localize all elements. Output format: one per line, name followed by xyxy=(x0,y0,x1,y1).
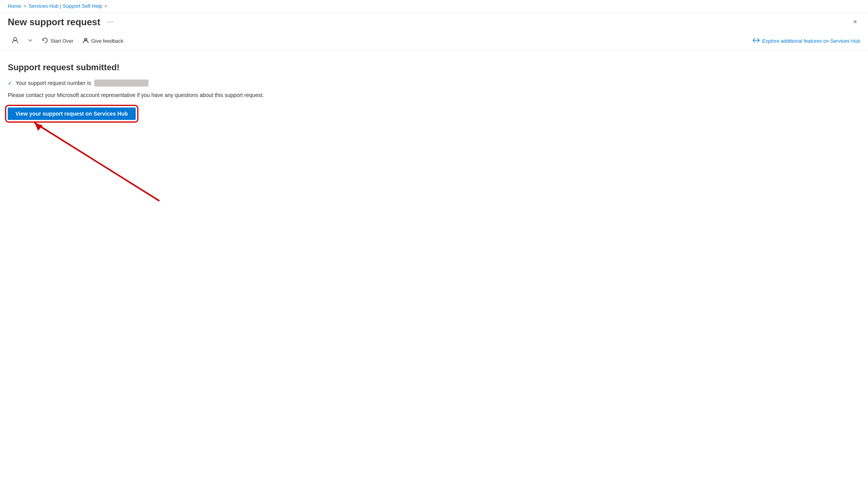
breadcrumb-home[interactable]: Home xyxy=(8,3,21,9)
user-icon-button[interactable] xyxy=(8,35,22,47)
page-title-row: New support request ··· × xyxy=(0,12,868,31)
request-number-prefix: Your support request number is xyxy=(16,80,91,86)
give-feedback-button[interactable]: Give feedback xyxy=(79,35,127,47)
toolbar-left: Start Over Give feedback xyxy=(8,35,127,47)
breadcrumb-separator-1: > xyxy=(24,3,26,9)
main-content: Support request submitted! ✓ Your suppor… xyxy=(0,51,868,128)
checkmark-icon: ✓ xyxy=(8,80,12,86)
view-support-request-button[interactable]: View your support request on Services Hu… xyxy=(8,107,136,120)
breadcrumb-services-hub[interactable]: Services Hub | Support Self Help xyxy=(29,3,102,9)
explore-icon xyxy=(753,38,760,44)
request-number-row: ✓ Your support request number is xyxy=(8,80,860,87)
page-title: New support request xyxy=(8,17,100,28)
success-heading: Support request submitted! xyxy=(8,62,860,73)
start-over-label: Start Over xyxy=(50,38,73,44)
start-over-button[interactable]: Start Over xyxy=(38,35,77,47)
more-options-button[interactable]: ··· xyxy=(104,16,116,28)
toolbar: Start Over Give feedback Explore additio… xyxy=(0,31,868,51)
chevron-down-icon xyxy=(28,38,33,44)
svg-line-2 xyxy=(35,123,159,201)
annotation-arrow xyxy=(31,119,163,204)
page-title-left: New support request ··· xyxy=(8,16,116,28)
user-icon xyxy=(12,37,19,45)
contact-info-text: Please contact your Microsoft account re… xyxy=(8,92,860,98)
close-button[interactable]: × xyxy=(850,16,860,28)
start-over-icon xyxy=(42,37,48,45)
feedback-icon xyxy=(83,37,89,45)
explore-features-link[interactable]: Explore additional features on Services … xyxy=(753,38,860,44)
request-number-redacted xyxy=(94,80,148,87)
top-bar: Home > Services Hub | Support Self Help … xyxy=(0,0,868,12)
explore-features-label: Explore additional features on Services … xyxy=(762,38,860,44)
svg-marker-3 xyxy=(35,123,43,131)
button-annotation-container: View your support request on Services Hu… xyxy=(8,107,136,120)
give-feedback-label: Give feedback xyxy=(91,38,123,44)
breadcrumb-separator-2: > xyxy=(105,3,107,9)
chevron-down-button[interactable] xyxy=(24,36,36,46)
breadcrumb: Home > Services Hub | Support Self Help … xyxy=(8,3,107,9)
